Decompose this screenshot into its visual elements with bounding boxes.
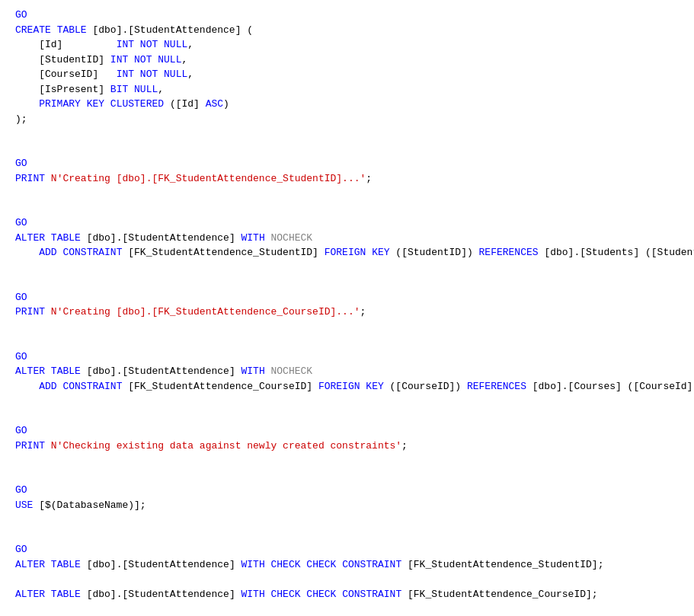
line-9	[15, 126, 679, 142]
line-12: PRINT N'Creating [dbo].[FK_StudentAttend…	[15, 171, 679, 187]
line-41	[15, 602, 679, 616]
line-36	[15, 528, 679, 543]
line-34: USE [$(DatabaseName)];	[15, 498, 679, 513]
line-28	[15, 409, 679, 424]
line-27	[15, 394, 679, 409]
code-editor: GO CREATE TABLE [dbo].[StudentAttendence…	[0, 0, 694, 616]
line-21: PRINT N'Creating [dbo].[FK_StudentAttend…	[15, 305, 679, 320]
line-25: ALTER TABLE [dbo].[StudentAttendence] WI…	[15, 364, 679, 379]
line-31	[15, 453, 679, 468]
line-17: ADD CONSTRAINT [FK_StudentAttendence_Stu…	[15, 245, 679, 260]
line-23	[15, 334, 679, 349]
line-33: GO	[15, 483, 679, 498]
line-3: [Id] INT NOT NULL,	[15, 37, 679, 53]
line-15: GO	[15, 215, 679, 231]
line-2: CREATE TABLE [dbo].[StudentAttendence] (	[15, 23, 679, 38]
line-18	[15, 260, 679, 276]
line-40: ALTER TABLE [dbo].[StudentAttendence] WI…	[15, 587, 679, 602]
line-35	[15, 512, 679, 528]
line-5: [CourseID] INT NOT NULL,	[15, 67, 679, 82]
line-22	[15, 320, 679, 335]
line-8: );	[15, 112, 679, 127]
line-14	[15, 201, 679, 216]
line-26: ADD CONSTRAINT [FK_StudentAttendence_Cou…	[15, 379, 679, 394]
line-37: GO	[15, 542, 679, 557]
line-30: PRINT N'Checking existing data against n…	[15, 439, 679, 454]
line-38: ALTER TABLE [dbo].[StudentAttendence] WI…	[15, 557, 679, 573]
line-13	[15, 186, 679, 201]
line-7: PRIMARY KEY CLUSTERED ([Id] ASC)	[15, 97, 679, 112]
line-10	[15, 142, 679, 157]
line-6: [IsPresent] BIT NULL,	[15, 82, 679, 97]
line-39	[15, 572, 679, 587]
line-1: GO	[15, 8, 679, 23]
line-16: ALTER TABLE [dbo].[StudentAttendence] WI…	[15, 231, 679, 246]
line-19	[15, 275, 679, 290]
line-24: GO	[15, 349, 679, 365]
line-4: [StudentID] INT NOT NULL,	[15, 53, 679, 68]
line-29: GO	[15, 423, 679, 439]
line-11: GO	[15, 156, 679, 171]
line-32	[15, 468, 679, 484]
line-20: GO	[15, 290, 679, 305]
